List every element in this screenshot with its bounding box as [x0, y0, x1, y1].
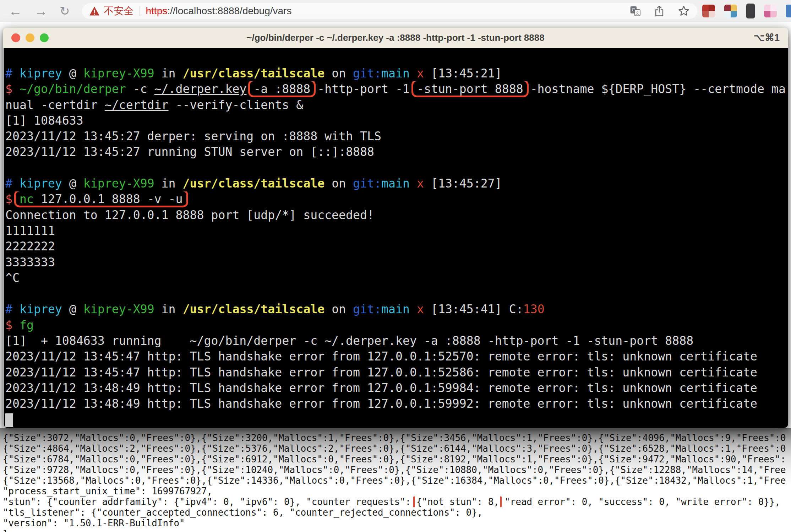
- terminal-line: $ fg: [5, 317, 788, 333]
- terminal-line: 2023/11/12 13:48:49 http: TLS handshake …: [5, 380, 788, 396]
- terminal-line: Connection to 127.0.0.1 8888 port [udp/*…: [5, 207, 788, 223]
- vars-line: "tls_listener": {"counter_accepted_conne…: [3, 507, 791, 518]
- terminal-line: [1] + 1084633 running ~/go/bin/derper -c…: [5, 333, 788, 349]
- terminal-line: 2222222: [5, 239, 788, 254]
- vars-line: }: [3, 528, 791, 532]
- browser-toolbar: ← → ↻ 不安全 https://localhost:8888/debug/v…: [0, 0, 791, 22]
- terminal-line: $ nc 127.0.0.1 8888 -v -u: [5, 191, 788, 207]
- svg-text:文: 文: [635, 10, 639, 15]
- terminal-line: nual -certdir ~/certdir --verify-clients…: [5, 97, 788, 113]
- maximize-button[interactable]: [40, 33, 49, 42]
- warning-triangle-icon: [89, 6, 100, 16]
- terminal-line: [1] 1084633: [5, 113, 788, 129]
- window-controls: [11, 33, 49, 42]
- share-icon[interactable]: [653, 5, 665, 17]
- vars-line: "stun": {"counter_addrfamily": {"ipv4": …: [3, 496, 791, 507]
- translate-icon[interactable]: G 文: [629, 5, 641, 17]
- extension-icon-1[interactable]: [702, 5, 715, 17]
- annotation-box: nc 127.0.0.1 8888 -v -u: [20, 192, 183, 206]
- url-rest: ://localhost:8888/debug/vars: [167, 5, 291, 16]
- annotation-box: -stun-port 8888: [417, 82, 523, 96]
- vars-line: {"Size":6784,"Mallocs":0,"Frees":0},{"Si…: [3, 454, 791, 465]
- terminal-line: 1111111: [5, 223, 788, 239]
- terminal-line: 2023/11/12 13:45:47 http: TLS handshake …: [5, 365, 788, 380]
- minimize-button[interactable]: [26, 33, 34, 42]
- terminal-line: $ ~/go/bin/derper -c ~/.derper.key -a :8…: [5, 81, 788, 97]
- address-bar[interactable]: 不安全 https://localhost:8888/debug/vars G …: [82, 3, 698, 19]
- vars-line: "process_start_unix_time": 1699767927,: [3, 486, 791, 496]
- terminal-window: ~/go/bin/derper -c ~/.derper.key -a :888…: [3, 28, 788, 428]
- vars-line: {"Size":13568,"Mallocs":0,"Frees":0},{"S…: [3, 475, 791, 486]
- terminal-line: 3333333: [5, 255, 788, 270]
- extension-icon-2[interactable]: [724, 5, 737, 17]
- terminal-line: 2023/11/12 13:45:47 http: TLS handshake …: [5, 349, 788, 364]
- terminal-line: [5, 412, 788, 428]
- browser-window: ← → ↻ 不安全 https://localhost:8888/debug/v…: [0, 0, 791, 532]
- terminal-line: # kiprey @ kiprey-X99 in /usr/class/tail…: [5, 66, 788, 81]
- address-divider: [140, 6, 140, 16]
- terminal-titlebar[interactable]: ~/go/bin/derper -c ~/.derper.key -a :888…: [3, 28, 788, 48]
- terminal-line: 2023/11/12 13:48:49 http: TLS handshake …: [5, 396, 788, 412]
- terminal-line: [5, 160, 788, 176]
- extension-icon-5[interactable]: [786, 5, 791, 17]
- back-button[interactable]: ←: [9, 0, 22, 22]
- reload-button[interactable]: ↻: [60, 0, 70, 22]
- forward-button[interactable]: →: [34, 0, 48, 22]
- terminal-line: 2023/11/12 13:45:27 running STUN server …: [5, 144, 788, 160]
- extension-icons: [702, 4, 791, 18]
- terminal-line: # kiprey @ kiprey-X99 in /usr/class/tail…: [5, 176, 788, 191]
- extension-icon-4[interactable]: [764, 5, 777, 17]
- extension-icon-3[interactable]: [746, 4, 755, 18]
- vars-json-text: {"Size":3072,"Mallocs":0,"Frees":0},{"Si…: [3, 433, 791, 532]
- terminal-line: 2023/11/12 13:45:27 derper: serving on :…: [5, 129, 788, 144]
- vars-line: {"Size":9728,"Mallocs":0,"Frees":0},{"Si…: [3, 465, 791, 475]
- terminal-tab-shortcut: ⌥⌘1: [754, 32, 780, 43]
- terminal-line: [5, 286, 788, 302]
- vars-line: {"Size":4864,"Mallocs":2,"Frees":0},{"Si…: [3, 443, 791, 454]
- terminal-line: # kiprey @ kiprey-X99 in /usr/class/tail…: [5, 302, 788, 317]
- terminal-output: # kiprey @ kiprey-X99 in /usr/class/tail…: [3, 48, 788, 428]
- terminal-line: ^C: [5, 270, 788, 286]
- annotation-box: {"not_stun": 8,: [416, 496, 499, 507]
- security-label: 不安全: [104, 4, 134, 18]
- url-scheme: https: [146, 5, 168, 16]
- terminal-title: ~/go/bin/derper -c ~/.derper.key -a :888…: [3, 32, 788, 43]
- bookmark-star-icon[interactable]: [677, 5, 690, 17]
- terminal-cursor: [5, 413, 13, 427]
- annotation-box: -a :8888: [253, 82, 310, 96]
- close-button[interactable]: [11, 33, 20, 42]
- vars-line: "version": "1.50.1-ERR-BuildInfo": [3, 518, 791, 528]
- vars-line: {"Size":3072,"Mallocs":0,"Frees":0},{"Si…: [3, 433, 791, 443]
- url-text: https://localhost:8888/debug/vars: [146, 5, 292, 17]
